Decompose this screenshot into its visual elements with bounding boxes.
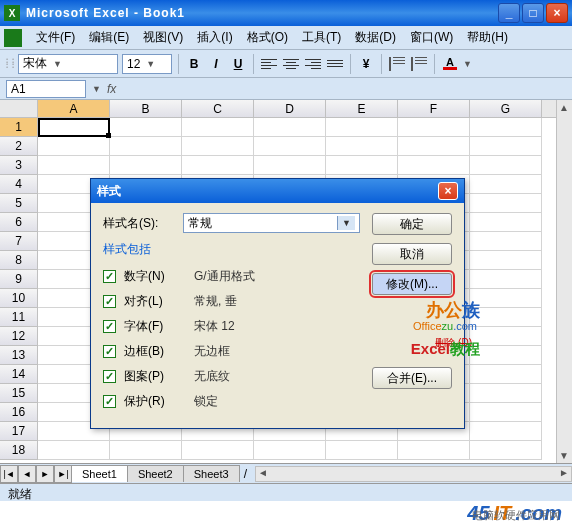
cell[interactable]	[470, 289, 542, 308]
cell[interactable]	[254, 441, 326, 460]
cell[interactable]	[470, 384, 542, 403]
cell[interactable]	[254, 118, 326, 137]
cell[interactable]	[254, 137, 326, 156]
cell[interactable]	[182, 137, 254, 156]
sheet-tab-1[interactable]: Sheet1	[71, 465, 128, 482]
cell[interactable]	[182, 118, 254, 137]
modify-button[interactable]: 修改(M)...	[372, 273, 452, 295]
row-header-12[interactable]: 12	[0, 327, 38, 346]
cell[interactable]	[470, 270, 542, 289]
row-header-3[interactable]: 3	[0, 156, 38, 175]
cell[interactable]	[470, 251, 542, 270]
cell[interactable]	[470, 422, 542, 441]
cell[interactable]	[470, 403, 542, 422]
cell[interactable]	[470, 365, 542, 384]
cell[interactable]	[398, 156, 470, 175]
cell[interactable]	[470, 118, 542, 137]
row-header-11[interactable]: 11	[0, 308, 38, 327]
protect-checkbox[interactable]: ✓	[103, 395, 116, 408]
row-header-1[interactable]: 1	[0, 118, 38, 137]
menu-file[interactable]: 文件(F)	[30, 27, 81, 48]
increase-indent-button[interactable]	[410, 55, 428, 73]
border-checkbox[interactable]: ✓	[103, 345, 116, 358]
style-name-combo[interactable]: 常规 ▼	[183, 213, 360, 233]
menu-format[interactable]: 格式(O)	[241, 27, 294, 48]
row-header-16[interactable]: 16	[0, 403, 38, 422]
cell[interactable]	[38, 441, 110, 460]
menu-insert[interactable]: 插入(I)	[191, 27, 238, 48]
currency-button[interactable]: ¥	[357, 55, 375, 73]
horizontal-scrollbar[interactable]	[255, 466, 572, 482]
pattern-checkbox[interactable]: ✓	[103, 370, 116, 383]
cell[interactable]	[398, 118, 470, 137]
bold-button[interactable]: B	[185, 55, 203, 73]
name-box[interactable]: A1	[6, 80, 86, 98]
underline-button[interactable]: U	[229, 55, 247, 73]
cell[interactable]	[110, 441, 182, 460]
font-name-combo[interactable]: 宋体 ▼	[18, 54, 118, 74]
cell[interactable]	[38, 118, 110, 137]
fx-icon[interactable]: fx	[107, 82, 116, 96]
row-header-5[interactable]: 5	[0, 194, 38, 213]
vertical-scrollbar[interactable]	[556, 100, 572, 463]
minimize-button[interactable]: _	[498, 3, 520, 23]
tab-nav-first[interactable]: |◄	[0, 465, 18, 483]
row-header-17[interactable]: 17	[0, 422, 38, 441]
col-header-d[interactable]: D	[254, 100, 326, 117]
cell[interactable]	[470, 175, 542, 194]
maximize-button[interactable]: □	[522, 3, 544, 23]
ok-button[interactable]: 确定	[372, 213, 452, 235]
cell[interactable]	[326, 137, 398, 156]
chevron-down-icon[interactable]: ▼	[463, 59, 472, 69]
align-left-button[interactable]	[260, 55, 278, 73]
cell[interactable]	[470, 213, 542, 232]
cell[interactable]	[110, 137, 182, 156]
row-header-10[interactable]: 10	[0, 289, 38, 308]
menu-data[interactable]: 数据(D)	[349, 27, 402, 48]
row-header-4[interactable]: 4	[0, 175, 38, 194]
col-header-a[interactable]: A	[38, 100, 110, 117]
align-center-button[interactable]	[282, 55, 300, 73]
merge-button[interactable]: 合并(E)...	[372, 367, 452, 389]
cell[interactable]	[398, 137, 470, 156]
row-header-14[interactable]: 14	[0, 365, 38, 384]
sheet-tab-3[interactable]: Sheet3	[183, 465, 240, 482]
cell[interactable]	[470, 137, 542, 156]
row-header-8[interactable]: 8	[0, 251, 38, 270]
row-header-13[interactable]: 13	[0, 346, 38, 365]
font-checkbox[interactable]: ✓	[103, 320, 116, 333]
number-checkbox[interactable]: ✓	[103, 270, 116, 283]
cell[interactable]	[470, 232, 542, 251]
decrease-indent-button[interactable]	[388, 55, 406, 73]
tab-nav-next[interactable]: ►	[36, 465, 54, 483]
menu-window[interactable]: 窗口(W)	[404, 27, 459, 48]
cell[interactable]	[470, 441, 542, 460]
dialog-titlebar[interactable]: 样式 ×	[91, 179, 464, 203]
cell[interactable]	[398, 441, 470, 460]
tab-nav-last[interactable]: ►|	[54, 465, 72, 483]
cell[interactable]	[326, 156, 398, 175]
cell[interactable]	[470, 194, 542, 213]
tab-nav-prev[interactable]: ◄	[18, 465, 36, 483]
col-header-f[interactable]: F	[398, 100, 470, 117]
row-header-7[interactable]: 7	[0, 232, 38, 251]
menu-edit[interactable]: 编辑(E)	[83, 27, 135, 48]
menu-tools[interactable]: 工具(T)	[296, 27, 347, 48]
cell[interactable]	[254, 156, 326, 175]
sheet-tab-2[interactable]: Sheet2	[127, 465, 184, 482]
cell[interactable]	[326, 441, 398, 460]
col-header-e[interactable]: E	[326, 100, 398, 117]
cell[interactable]	[110, 156, 182, 175]
menu-view[interactable]: 视图(V)	[137, 27, 189, 48]
col-header-g[interactable]: G	[470, 100, 542, 117]
cell[interactable]	[470, 156, 542, 175]
cell[interactable]	[326, 118, 398, 137]
cell[interactable]	[38, 137, 110, 156]
italic-button[interactable]: I	[207, 55, 225, 73]
cell[interactable]	[38, 156, 110, 175]
row-header-6[interactable]: 6	[0, 213, 38, 232]
cell[interactable]	[470, 327, 542, 346]
row-header-18[interactable]: 18	[0, 441, 38, 460]
col-header-b[interactable]: B	[110, 100, 182, 117]
cell[interactable]	[182, 156, 254, 175]
